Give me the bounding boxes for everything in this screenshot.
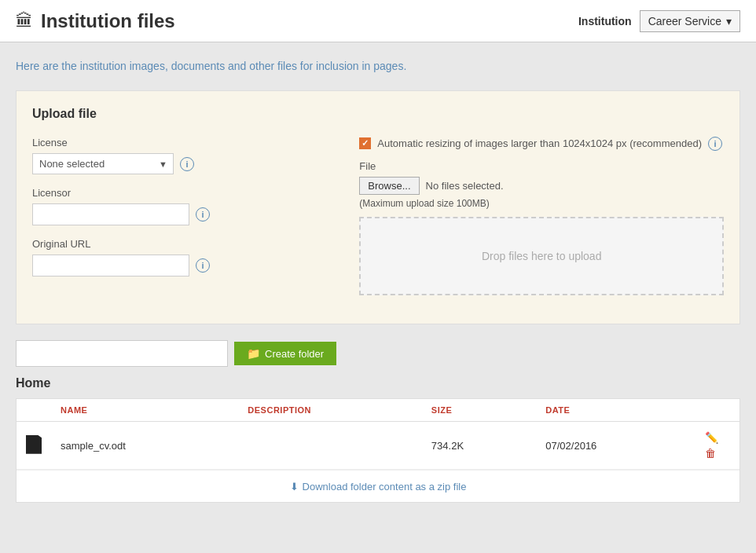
licensor-input[interactable]: [32, 203, 189, 225]
upload-heading: Upload file: [32, 107, 724, 121]
col-actions: [692, 399, 739, 422]
folder-row: 📁 Create folder: [16, 340, 740, 367]
upload-panel: Upload file License None selected CC BY …: [16, 90, 740, 324]
header-left: 🏛 Institution files: [16, 10, 175, 32]
download-text: Download folder content as a zip file: [303, 481, 467, 493]
max-upload-text: (Maximum upload size 100MB): [359, 198, 724, 209]
original-url-group: Original URL i: [32, 238, 336, 276]
browse-button[interactable]: Browse...: [359, 177, 419, 195]
upload-grid: License None selected CC BY CC BY-SA CC …: [32, 137, 724, 308]
file-name-cell: sample_cv.odt: [51, 422, 238, 470]
file-row: Browse... No files selected.: [359, 177, 724, 195]
edit-icon: ✏️: [705, 431, 718, 444]
upload-right: Automatic resizing of images larger than…: [359, 137, 724, 308]
licensor-label: Licensor: [32, 187, 336, 199]
col-size: SIZE: [422, 399, 536, 422]
drop-zone-text: Drop files here to upload: [482, 250, 602, 262]
create-folder-label: Create folder: [265, 348, 324, 360]
file-name: sample_cv.odt: [61, 440, 126, 452]
institution-name: Career Service: [648, 15, 721, 27]
col-icon: [17, 399, 51, 422]
licensor-row: i: [32, 203, 336, 225]
main-content: Here are the institution images, documen…: [0, 42, 756, 518]
folder-name-input[interactable]: [16, 340, 228, 367]
file-label: File: [359, 160, 724, 172]
edit-button[interactable]: ✏️: [702, 430, 721, 445]
auto-resize-row: Automatic resizing of images larger than…: [359, 137, 724, 151]
trash-icon: 🗑: [705, 447, 716, 460]
file-actions-cell: ✏️ 🗑: [692, 422, 739, 470]
download-row: ⬇ Download folder content as a zip file: [17, 470, 739, 502]
files-table: NAME DESCRIPTION SIZE DATE sample_cv.odt: [17, 399, 739, 470]
col-date: DATE: [536, 399, 692, 422]
original-url-input[interactable]: [32, 255, 189, 276]
original-url-row: i: [32, 255, 336, 276]
license-row: None selected CC BY CC BY-SA CC BY-ND CC…: [32, 153, 336, 174]
folder-icon: 📁: [247, 347, 260, 360]
file-date: 07/02/2016: [545, 440, 596, 452]
file-size: 734.2K: [431, 440, 464, 452]
file-type-icon: [26, 435, 42, 454]
auto-resize-text: Automatic resizing of images larger than…: [377, 137, 702, 151]
download-link[interactable]: ⬇ Download folder content as a zip file: [290, 481, 467, 493]
drop-zone[interactable]: Drop files here to upload: [359, 217, 724, 295]
institution-icon: 🏛: [16, 11, 33, 31]
original-url-info-icon[interactable]: i: [196, 258, 210, 273]
license-info-icon[interactable]: i: [180, 157, 194, 171]
table-header-row: NAME DESCRIPTION SIZE DATE: [17, 399, 739, 422]
file-icon-cell: [17, 422, 51, 470]
table-row: sample_cv.odt 734.2K 07/02/2016: [17, 422, 739, 470]
license-label: License: [32, 137, 336, 148]
page-title: Institution files: [41, 10, 175, 32]
institution-label: Institution: [578, 15, 632, 27]
licensor-group: Licensor i: [32, 187, 336, 225]
download-icon: ⬇: [290, 481, 299, 493]
delete-button[interactable]: 🗑: [702, 445, 719, 461]
file-size-cell: 734.2K: [422, 422, 536, 470]
home-label: Home: [16, 376, 740, 390]
institution-dropdown[interactable]: Career Service ▾: [640, 10, 740, 32]
dropdown-arrow-icon: ▾: [726, 15, 732, 27]
auto-resize-checkbox[interactable]: [359, 137, 371, 149]
license-select-wrapper: None selected CC BY CC BY-SA CC BY-ND CC…: [32, 153, 174, 174]
license-select[interactable]: None selected CC BY CC BY-SA CC BY-ND CC…: [32, 153, 174, 174]
license-group: License None selected CC BY CC BY-SA CC …: [32, 137, 336, 174]
upload-left: License None selected CC BY CC BY-SA CC …: [32, 137, 336, 308]
page-subtitle: Here are the institution images, documen…: [16, 58, 740, 75]
col-description: DESCRIPTION: [238, 399, 422, 422]
auto-resize-info-icon[interactable]: i: [708, 137, 722, 151]
files-table-wrapper: NAME DESCRIPTION SIZE DATE sample_cv.odt: [16, 398, 740, 503]
no-file-text: No files selected.: [426, 180, 504, 192]
file-group: File Browse... No files selected. (Maxim…: [359, 160, 724, 295]
col-name: NAME: [51, 399, 238, 422]
folder-section: 📁 Create folder Home: [16, 340, 740, 390]
licensor-info-icon[interactable]: i: [196, 207, 210, 222]
original-url-label: Original URL: [32, 238, 336, 250]
page-header: 🏛 Institution files Institution Career S…: [0, 0, 756, 42]
header-right: Institution Career Service ▾: [578, 10, 740, 32]
file-description-cell: [238, 422, 422, 470]
file-date-cell: 07/02/2016: [536, 422, 692, 470]
create-folder-button[interactable]: 📁 Create folder: [234, 342, 336, 365]
